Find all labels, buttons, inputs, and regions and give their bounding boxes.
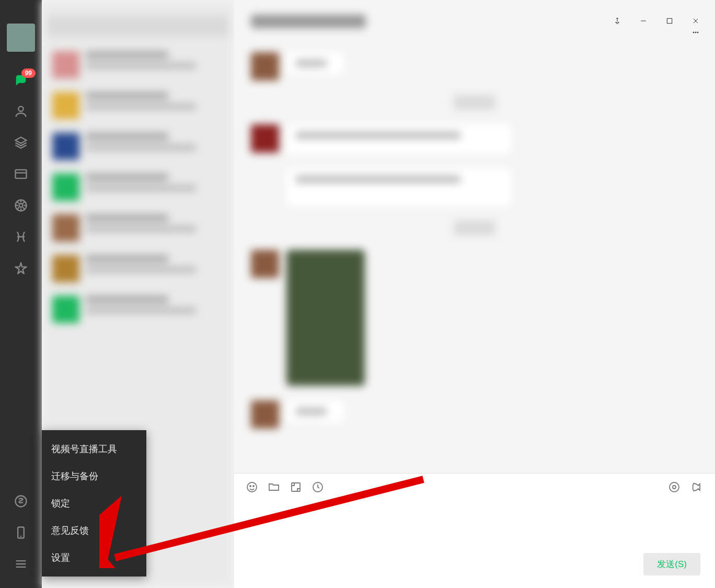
video-call-icon[interactable]	[691, 481, 704, 493]
conversation-item[interactable]	[47, 209, 229, 247]
send-button[interactable]: 发送(S)	[643, 553, 700, 575]
search-icon[interactable]	[14, 261, 28, 275]
contacts-icon[interactable]	[14, 104, 28, 119]
maximize-icon[interactable]	[656, 10, 683, 31]
popup-item-migrate-backup[interactable]: 迁移与备份	[42, 463, 146, 490]
message-area	[234, 42, 715, 473]
chat-title	[251, 15, 366, 28]
moments-icon[interactable]	[14, 198, 28, 213]
mini-program-icon[interactable]	[14, 494, 28, 509]
more-icon[interactable]	[683, 22, 709, 43]
popup-item-live-tools[interactable]: 视频号直播工具	[42, 435, 146, 463]
conversation-item[interactable]	[47, 168, 229, 206]
chat-main: 发送(S)	[234, 0, 715, 588]
svg-point-12	[253, 486, 254, 487]
svg-point-9	[697, 32, 698, 33]
svg-point-3	[19, 204, 23, 207]
emoji-icon[interactable]	[246, 481, 258, 493]
pin-icon[interactable]	[604, 10, 630, 31]
popup-item-settings[interactable]: 设置	[42, 544, 146, 571]
svg-point-10	[247, 482, 257, 492]
search-input[interactable]	[47, 16, 229, 37]
svg-rect-6	[667, 18, 672, 23]
svg-point-8	[695, 32, 696, 33]
sidebar: 99	[0, 0, 42, 588]
voice-call-icon[interactable]	[668, 481, 681, 493]
svg-point-7	[693, 32, 694, 33]
conversation-item[interactable]	[47, 128, 229, 165]
minimize-icon[interactable]	[630, 10, 656, 31]
popup-menu: 视频号直播工具 迁移与备份 锁定 意见反馈 设置	[42, 430, 146, 577]
conversation-item[interactable]	[47, 250, 229, 287]
user-avatar[interactable]	[7, 24, 35, 52]
phone-icon[interactable]	[14, 525, 28, 540]
conversation-item[interactable]	[47, 291, 229, 328]
channels-icon[interactable]	[14, 229, 28, 244]
svg-point-16	[673, 486, 676, 489]
unread-badge: 99	[21, 68, 36, 78]
svg-point-15	[670, 482, 679, 492]
history-icon[interactable]	[312, 481, 324, 493]
svg-point-11	[250, 486, 251, 487]
popup-item-feedback[interactable]: 意见反馈	[42, 517, 146, 544]
popup-item-lock[interactable]: 锁定	[42, 490, 146, 517]
chat-icon[interactable]: 99	[14, 73, 28, 87]
screenshot-icon[interactable]	[290, 481, 302, 493]
svg-rect-1	[16, 170, 27, 178]
favorites-icon[interactable]	[14, 135, 28, 150]
conversation-item[interactable]	[47, 87, 229, 124]
svg-point-0	[18, 107, 23, 111]
svg-rect-13	[292, 483, 300, 491]
input-area: 发送(S)	[234, 473, 715, 588]
conversation-item[interactable]	[47, 46, 229, 84]
menu-icon[interactable]	[14, 557, 28, 571]
files-icon[interactable]	[14, 167, 28, 181]
folder-icon[interactable]	[268, 481, 280, 493]
